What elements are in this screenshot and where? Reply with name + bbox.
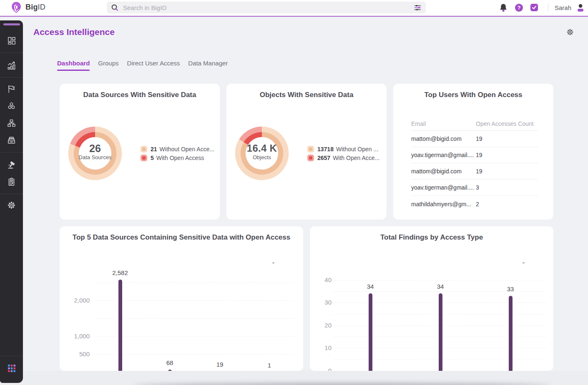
legend-row: 5With Open Access bbox=[141, 155, 214, 161]
donut-legend: 21Without Open Acce...5With Open Access bbox=[141, 146, 214, 161]
gridline bbox=[334, 280, 546, 280]
tasks-button[interactable] bbox=[527, 3, 542, 12]
gridline bbox=[95, 300, 295, 301]
analytics-icon bbox=[7, 61, 16, 70]
tab-groups[interactable]: Groups bbox=[98, 60, 118, 71]
y-axis-label: 1,000 bbox=[65, 332, 90, 340]
bar-value-label: 1 bbox=[251, 362, 288, 369]
bar-value-label: 34 bbox=[352, 283, 389, 290]
global-search[interactable] bbox=[107, 2, 426, 13]
donut-center-value: 16.4 K bbox=[226, 142, 297, 154]
cluster-icon bbox=[7, 101, 16, 111]
bigid-wordmark: BigID bbox=[25, 3, 45, 12]
sidebar-item-dashboard[interactable] bbox=[0, 32, 23, 49]
bar[interactable] bbox=[439, 293, 442, 371]
bar[interactable] bbox=[168, 370, 172, 371]
check-square-icon bbox=[530, 3, 538, 12]
legend-row: 21Without Open Acce... bbox=[141, 146, 214, 152]
legend-value: 5 bbox=[151, 155, 154, 161]
sidebar-item-cluster-analysis[interactable] bbox=[0, 98, 23, 115]
y-axis-label: 10 bbox=[310, 344, 332, 351]
sidebar-divider bbox=[0, 356, 23, 356]
gridline bbox=[95, 336, 295, 337]
table-row[interactable]: mathildahmyers@gm...2 bbox=[411, 196, 538, 212]
legend-value: 13718 bbox=[317, 146, 334, 152]
sidebar-handle[interactable] bbox=[3, 23, 20, 25]
card-data-sources: Data Sources With Sensitive Data 26 Data… bbox=[60, 84, 220, 220]
card-total-findings: Total Findings by Access Type 0102030403… bbox=[310, 226, 553, 371]
cell-email: mattom@bigid.com bbox=[411, 168, 476, 175]
sidebar-item-data-flows[interactable] bbox=[0, 115, 23, 132]
sidebar-item-policies[interactable] bbox=[0, 80, 23, 98]
card-top5-data-sources: Top 5 Data Sources Containing Sensitive … bbox=[60, 226, 303, 371]
data-archive-icon bbox=[7, 135, 16, 145]
y-axis-label: 20 bbox=[310, 322, 332, 329]
gridline bbox=[95, 318, 295, 319]
y-axis-label: 40 bbox=[310, 276, 332, 283]
legend-row: 2657With Open Acce... bbox=[307, 155, 379, 161]
card-title: Top 5 Data Sources Containing Sensitive … bbox=[60, 233, 303, 242]
tab-data-manager[interactable]: Data Manager bbox=[188, 60, 228, 71]
card-title: Total Findings by Access Type bbox=[310, 233, 553, 242]
bar[interactable] bbox=[369, 293, 372, 371]
user-name: Sarah bbox=[555, 4, 571, 11]
page-settings-button[interactable] bbox=[566, 28, 574, 38]
table-row[interactable]: mattom@bigid.com19 bbox=[411, 131, 538, 147]
cell-email: mattom@bigid.com bbox=[411, 135, 476, 142]
legend-swatch-icon bbox=[307, 155, 314, 161]
notifications-button[interactable] bbox=[496, 3, 511, 12]
y-axis-label: 30 bbox=[310, 299, 332, 306]
cell-email: yoav.tigerman@gmail.... bbox=[411, 152, 476, 158]
sidebar-item-apps[interactable] bbox=[0, 360, 23, 377]
table-body: mattom@bigid.com19yoav.tigerman@gmail...… bbox=[411, 131, 538, 212]
bar[interactable] bbox=[509, 296, 513, 371]
y-axis-label: 2,000 bbox=[65, 297, 90, 304]
bar[interactable] bbox=[118, 280, 122, 371]
top-bar: BigID ? bbox=[0, 0, 588, 17]
donut-legend: 13718Without Open ...2657With Open Acce.… bbox=[307, 146, 379, 161]
gavel-icon bbox=[7, 160, 16, 170]
cell-count: 19 bbox=[476, 152, 482, 158]
table-row[interactable]: yoav.tigerman@gmail....3 bbox=[411, 180, 538, 196]
sidebar-item-analytics[interactable] bbox=[0, 57, 23, 74]
window-bottom-shadow bbox=[133, 383, 550, 385]
user-menu-button[interactable] bbox=[574, 2, 587, 13]
card-title: Data Sources With Sensitive Data bbox=[60, 91, 220, 99]
bigid-logo[interactable]: BigID bbox=[10, 0, 45, 14]
cell-email: yoav.tigerman@gmail.... bbox=[411, 184, 476, 191]
bar-value-label: 33 bbox=[492, 285, 529, 292]
page-title: Access Intelligence bbox=[33, 27, 115, 37]
legend-swatch-icon bbox=[307, 146, 314, 152]
help-button[interactable]: ? bbox=[511, 4, 527, 12]
legend-label: With Open Acce... bbox=[333, 155, 379, 161]
search-filter-icon[interactable] bbox=[414, 4, 422, 12]
legend-dash bbox=[523, 262, 525, 263]
tab-direct-user-access[interactable]: Direct User Access bbox=[127, 60, 180, 71]
card-top-users: Top Users With Open Access Email Open Ac… bbox=[393, 84, 553, 220]
sidebar-item-reports[interactable] bbox=[0, 173, 23, 190]
clipboard-icon bbox=[7, 177, 16, 187]
header-divider bbox=[548, 4, 548, 12]
sidebar-item-data-catalog[interactable] bbox=[0, 132, 23, 149]
cell-count: 2 bbox=[476, 201, 479, 208]
bar-value-label: 19 bbox=[201, 361, 239, 368]
cell-count: 3 bbox=[476, 184, 479, 191]
sidebar-item-compliance[interactable] bbox=[0, 156, 23, 173]
table-row[interactable]: yoav.tigerman@gmail....19 bbox=[411, 147, 538, 163]
y-axis-label: 0 bbox=[310, 367, 332, 371]
flag-icon bbox=[7, 84, 16, 94]
apps-grid-icon bbox=[7, 364, 16, 373]
gridline bbox=[95, 354, 295, 355]
tab-bar: DashboardGroupsDirect User AccessData Ma… bbox=[57, 60, 228, 71]
card-title: Objects With Sensitive Data bbox=[226, 91, 387, 99]
user-avatar-icon bbox=[575, 2, 585, 13]
sidebar-item-settings[interactable] bbox=[0, 197, 23, 214]
legend-dash bbox=[272, 262, 274, 263]
legend-label: With Open Access bbox=[156, 155, 204, 161]
tab-dashboard[interactable]: Dashboard bbox=[57, 60, 90, 71]
bar-value-label: 34 bbox=[422, 283, 459, 290]
table-row[interactable]: mattom@bigid.com19 bbox=[411, 163, 538, 180]
cell-email: mathildahmyers@gm... bbox=[411, 201, 476, 208]
search-input[interactable] bbox=[123, 4, 414, 11]
legend-label: Without Open ... bbox=[336, 146, 378, 152]
